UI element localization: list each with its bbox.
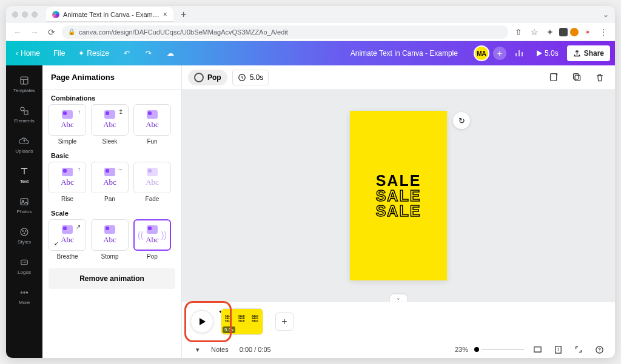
undo-button[interactable]: ↶ bbox=[118, 44, 136, 62]
record-icon[interactable] bbox=[581, 25, 594, 39]
timeline-play-button[interactable] bbox=[190, 310, 213, 333]
timeline-page-thumb[interactable]: SALESALESALE SALESALESALE SALESALESALE 5… bbox=[221, 308, 263, 335]
browser-toolbar: ← → ⟳ 🔒 canva.com/design/DAFCudUCqsc/U0b… bbox=[6, 23, 615, 41]
notes-toggle-icon[interactable]: ▾ bbox=[190, 346, 205, 354]
document-title[interactable]: Animate Text in Canva - Example bbox=[351, 49, 458, 58]
anim-tile-breathe[interactable]: ↗↙Abc Breathe bbox=[49, 219, 86, 260]
rail-more[interactable]: More bbox=[6, 281, 42, 311]
address-bar[interactable]: 🔒 canva.com/design/DAFCudUCqsc/U0bSeMMag… bbox=[62, 25, 508, 39]
app-header: ‹ Home File ✦ Resize ↶ ↷ ☁ Animate Text … bbox=[6, 41, 615, 65]
new-tab-button[interactable]: + bbox=[177, 8, 190, 21]
forward-button[interactable]: → bbox=[28, 25, 41, 39]
favicon-icon bbox=[52, 11, 59, 18]
section-scale-label: Scale bbox=[42, 205, 181, 219]
svg-rect-2 bbox=[24, 111, 28, 114]
play-icon bbox=[537, 50, 542, 56]
rail-uploads[interactable]: Uploads bbox=[6, 130, 42, 160]
rail-elements[interactable]: Elements bbox=[6, 99, 42, 130]
tabs-overflow-icon[interactable]: ⌄ bbox=[603, 10, 609, 19]
home-button[interactable]: ‹ Home bbox=[11, 45, 45, 61]
anim-tile-pan[interactable]: →Abc Pan bbox=[91, 162, 129, 202]
sparkle-icon: ✦ bbox=[78, 49, 84, 58]
add-page-timeline-button[interactable]: + bbox=[275, 313, 294, 331]
close-tab-icon[interactable]: × bbox=[163, 10, 167, 19]
duplicate-page-icon[interactable] bbox=[568, 68, 586, 87]
zoom-thumb-icon bbox=[474, 347, 479, 352]
add-collaborator-button[interactable]: + bbox=[493, 47, 506, 60]
add-page-icon[interactable] bbox=[545, 68, 563, 87]
url-text: canva.com/design/DAFCudUCqsc/U0bSeMMagAc… bbox=[79, 28, 288, 36]
analytics-icon[interactable] bbox=[510, 44, 528, 62]
help-icon[interactable] bbox=[592, 345, 606, 354]
anim-tile-sleek[interactable]: ↥Abc Sleek bbox=[91, 104, 129, 145]
svg-point-10 bbox=[21, 292, 22, 293]
window-traffic-lights bbox=[12, 12, 38, 18]
main-area: Pop 5.0s SALE SALE bbox=[182, 65, 615, 358]
rail-templates[interactable]: Templates bbox=[6, 69, 42, 99]
section-combinations-label: Combinations bbox=[42, 90, 181, 104]
redo-button[interactable]: ↷ bbox=[139, 44, 158, 62]
lock-icon: 🔒 bbox=[68, 28, 75, 35]
page-view-icon[interactable]: 1 bbox=[551, 345, 565, 354]
canvas-viewport[interactable]: SALE SALE SALE ↻ ⌄ bbox=[182, 90, 615, 302]
share-button[interactable]: Share bbox=[567, 45, 610, 61]
extension-1-icon[interactable] bbox=[559, 28, 568, 36]
extension-2-icon[interactable] bbox=[570, 28, 579, 36]
rail-logos[interactable]: Logos bbox=[6, 251, 42, 281]
preview-play-button[interactable]: 5.0s bbox=[532, 47, 563, 60]
object-rail: Templates Elements Uploads Text Photos S… bbox=[6, 65, 42, 358]
animation-indicator-icon bbox=[194, 73, 204, 82]
design-canvas[interactable]: SALE SALE SALE bbox=[350, 111, 447, 280]
extensions-icon[interactable]: ✦ bbox=[543, 25, 557, 39]
svg-point-1 bbox=[21, 107, 24, 111]
svg-point-11 bbox=[24, 292, 25, 293]
remove-animation-button[interactable]: Remove animation bbox=[49, 268, 175, 289]
zoom-slider[interactable] bbox=[474, 347, 524, 352]
reload-button[interactable]: ⟳ bbox=[45, 25, 58, 39]
notes-label[interactable]: Notes bbox=[211, 346, 229, 353]
svg-rect-14 bbox=[550, 74, 556, 81]
back-button[interactable]: ← bbox=[11, 25, 24, 39]
anim-tile-fun[interactable]: Abc Fun bbox=[133, 104, 171, 145]
avatar[interactable]: MA bbox=[474, 45, 489, 61]
chevron-left-icon: ‹ bbox=[16, 49, 18, 58]
rail-photos[interactable]: Photos bbox=[6, 190, 42, 220]
svg-point-6 bbox=[22, 231, 24, 232]
anim-tile-stomp[interactable]: Abc Stomp bbox=[91, 219, 129, 260]
resize-button[interactable]: ✦ Resize bbox=[73, 45, 114, 61]
bookmark-icon[interactable]: ☆ bbox=[528, 25, 541, 39]
rail-text[interactable]: Text bbox=[6, 160, 42, 190]
duration-chip[interactable]: 5.0s bbox=[232, 70, 269, 85]
svg-point-8 bbox=[24, 233, 25, 234]
time-display: 0:00 / 0:05 bbox=[240, 346, 271, 353]
reveal-timeline-handle[interactable]: ⌄ bbox=[390, 294, 407, 302]
svg-text:1: 1 bbox=[557, 348, 559, 352]
page-duration-badge: 5.0s bbox=[223, 326, 235, 333]
section-basic-label: Basic bbox=[42, 147, 181, 162]
file-menu[interactable]: File bbox=[49, 45, 70, 61]
anim-tile-rise[interactable]: ↑Abc Rise bbox=[49, 162, 86, 202]
rail-styles[interactable]: Styles bbox=[6, 220, 42, 251]
svg-rect-16 bbox=[573, 74, 579, 79]
svg-rect-3 bbox=[21, 199, 28, 205]
animation-chip[interactable]: Pop bbox=[188, 70, 227, 85]
clock-icon bbox=[238, 73, 246, 82]
browser-menu-icon[interactable]: ⋮ bbox=[597, 25, 610, 39]
animations-panel: Page Animations Combinations ↑Abc Simple… bbox=[42, 65, 182, 358]
fullscreen-icon[interactable] bbox=[571, 345, 586, 354]
zoom-value: 23% bbox=[455, 346, 468, 353]
svg-point-12 bbox=[26, 292, 27, 293]
delete-page-icon[interactable] bbox=[591, 68, 609, 87]
play-icon bbox=[200, 318, 206, 325]
anim-tile-pop[interactable]: (())Abc Pop bbox=[133, 219, 171, 260]
timeline: SALESALESALE SALESALESALE SALESALESALE 5… bbox=[182, 302, 615, 358]
browser-tab-strip: Animate Text in Canva - Exam… × + ⌄ bbox=[6, 6, 615, 23]
anim-tile-fade[interactable]: Abc Fade bbox=[133, 162, 171, 202]
anim-tile-simple[interactable]: ↑Abc Simple bbox=[49, 104, 86, 145]
svg-rect-0 bbox=[21, 77, 28, 84]
view-grid-icon[interactable] bbox=[530, 345, 545, 354]
replay-animation-button[interactable]: ↻ bbox=[453, 112, 470, 129]
browser-tab[interactable]: Animate Text in Canva - Exam… × bbox=[46, 7, 173, 22]
share-page-icon[interactable]: ⇧ bbox=[512, 25, 525, 39]
sale-text-block[interactable]: SALE SALE SALE bbox=[357, 172, 440, 220]
